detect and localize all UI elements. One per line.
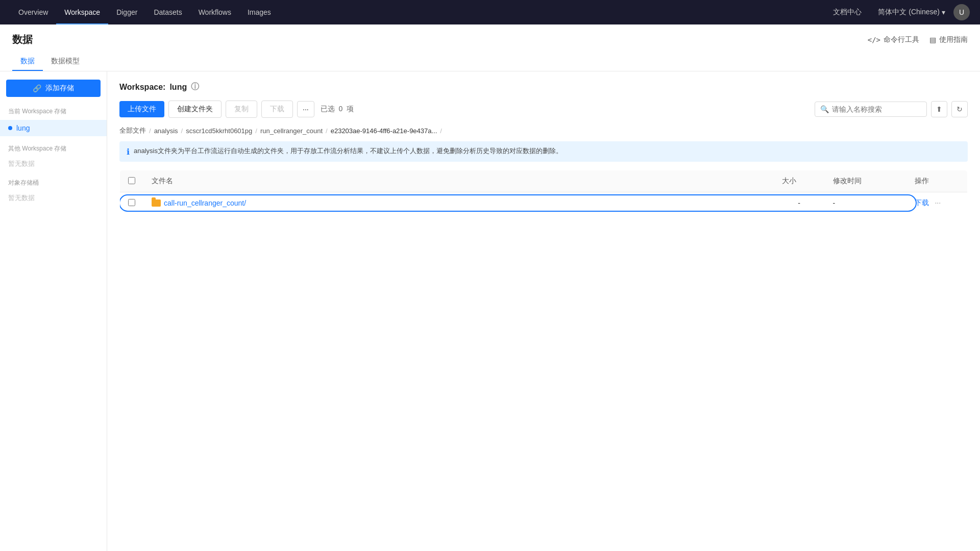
more-action-link[interactable]: ··· (935, 198, 941, 207)
breadcrumb-all-files[interactable]: 全部文件 (119, 126, 146, 135)
other-workspace-section: 其他 Workspace 存储 (0, 142, 107, 155)
filename-column-header: 文件名 (143, 170, 774, 192)
object-storage-section: 对象存储桶 (0, 177, 107, 189)
nav-item-digger[interactable]: Digger (108, 0, 145, 24)
docs-center-link[interactable]: 文档中心 (825, 0, 870, 24)
download-button[interactable]: 下载 (261, 101, 293, 118)
cli-tool-button[interactable]: </> 命令行工具 (868, 35, 919, 44)
tab-data-model[interactable]: 数据模型 (43, 53, 88, 71)
nav-item-workspace[interactable]: Workspace (56, 0, 108, 24)
page-tabs: 数据 数据模型 (12, 53, 968, 71)
size-column-header: 大小 (774, 170, 825, 192)
page-title: 数据 (12, 33, 33, 46)
top-navigation: Overview Workspace Digger Datasets Workf… (0, 0, 980, 24)
add-storage-button[interactable]: 🔗 添加存储 (6, 80, 101, 97)
sidebar-item-lung[interactable]: lung (0, 120, 107, 136)
page-title-row: 数据 </> 命令行工具 ▤ 使用指南 (12, 33, 968, 46)
workspace-title-row: Workspace: lung ⓘ (119, 82, 968, 92)
other-workspace-empty: 暂无数据 (0, 157, 107, 170)
download-action-link[interactable]: 下载 (915, 198, 929, 207)
file-table: 文件名 大小 修改时间 操作 (119, 170, 968, 214)
upload-icon-button[interactable]: ⬆ (931, 101, 947, 117)
page-header-actions: </> 命令行工具 ▤ 使用指南 (868, 35, 968, 44)
create-folder-button[interactable]: 创建文件夹 (168, 101, 222, 118)
breadcrumb-analysis[interactable]: analysis (154, 127, 178, 135)
nav-item-workflows[interactable]: Workflows (190, 0, 239, 24)
file-time: - (825, 192, 906, 214)
table-row: call-run_cellranger_count/ - - 下载 ··· (120, 192, 968, 214)
user-avatar[interactable]: U (953, 4, 970, 20)
nav-item-datasets[interactable]: Datasets (145, 0, 190, 24)
info-banner: ℹ analysis文件夹为平台工作流运行自动生成的文件夹，用于存放工作流分析结… (119, 141, 968, 162)
folder-link[interactable]: call-run_cellranger_count/ (152, 199, 766, 207)
more-actions-button[interactable]: ··· (297, 101, 314, 117)
upload-icon: ⬆ (936, 105, 942, 113)
language-selector[interactable]: 简体中文 (Chinese) ▾ (878, 8, 945, 17)
time-column-header: 修改时间 (825, 170, 906, 192)
refresh-icon: ↻ (957, 105, 963, 113)
current-workspace-section: 当前 Workspace 存储 (0, 105, 107, 118)
copy-button[interactable]: 复制 (226, 101, 257, 118)
table-header-row: 文件名 大小 修改时间 操作 (120, 170, 968, 192)
usage-guide-button[interactable]: ▤ 使用指南 (929, 35, 968, 44)
main-content: 🔗 添加存储 当前 Workspace 存储 lung 其他 Workspace… (0, 71, 980, 551)
nav-item-images[interactable]: Images (239, 0, 279, 24)
tab-data[interactable]: 数据 (12, 53, 43, 71)
help-icon[interactable]: ⓘ (191, 82, 199, 92)
content-panel: Workspace: lung ⓘ 上传文件 创建文件夹 复制 下载 ··· 已… (107, 71, 980, 551)
sidebar: 🔗 添加存储 当前 Workspace 存储 lung 其他 Workspace… (0, 71, 107, 551)
toolbar: 上传文件 创建文件夹 复制 下载 ··· 已选 0 项 🔍 ⬆ (119, 101, 968, 118)
search-box: 🔍 (815, 102, 927, 117)
active-dot-icon (8, 126, 12, 130)
checkbox-column-header (120, 170, 144, 192)
toolbar-right: 🔍 ⬆ ↻ (815, 101, 968, 117)
page-header: 数据 </> 命令行工具 ▤ 使用指南 数据 数据模型 (0, 24, 980, 71)
breadcrumb-current: e23203ae-9146-4ff6-a21e-9e437a... (331, 127, 437, 135)
row-checkbox[interactable] (128, 199, 135, 206)
nav-item-overview[interactable]: Overview (10, 0, 56, 24)
object-storage-empty: 暂无数据 (0, 191, 107, 205)
search-icon: 🔍 (820, 105, 829, 113)
action-column-header: 操作 (906, 170, 968, 192)
breadcrumb: 全部文件 / analysis / scscr1cd5kkrht0601pg /… (119, 126, 968, 135)
select-all-checkbox[interactable] (128, 177, 135, 184)
page-wrapper: 数据 </> 命令行工具 ▤ 使用指南 数据 数据模型 🔗 添加存储 (0, 24, 980, 551)
breadcrumb-run-cellranger[interactable]: run_cellranger_count (260, 127, 323, 135)
upload-file-button[interactable]: 上传文件 (119, 101, 164, 117)
refresh-button[interactable]: ↻ (951, 101, 968, 117)
nav-items: Overview Workspace Digger Datasets Workf… (10, 0, 825, 24)
file-size: - (774, 192, 825, 214)
search-input[interactable] (832, 105, 921, 113)
file-actions: 下载 ··· (906, 192, 968, 214)
info-icon: ℹ (127, 147, 130, 157)
selected-count-label: 已选 0 项 (321, 105, 354, 114)
breadcrumb-scscr[interactable]: scscr1cd5kkrht0601pg (186, 127, 252, 135)
nav-right: 文档中心 简体中文 (Chinese) ▾ U (825, 0, 970, 24)
